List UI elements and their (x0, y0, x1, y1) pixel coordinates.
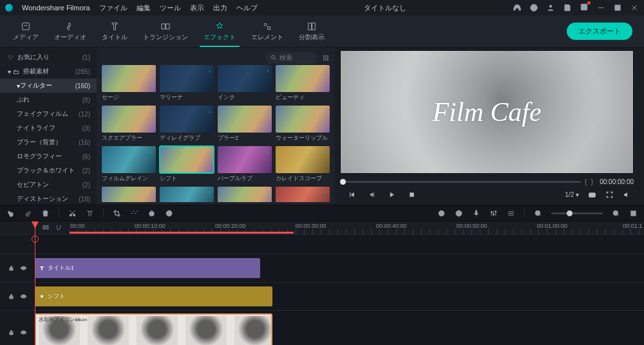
effect-thumb[interactable]: サンキス (276, 187, 330, 202)
effect-thumb[interactable]: スクエアブラー (102, 106, 156, 142)
maximize-icon[interactable] (613, 3, 622, 12)
redo-icon[interactable] (24, 209, 32, 218)
effect-grid: セージマリーナインクビューティスクエアブラーディレイグラブブラー2ウォーターリッ… (102, 65, 330, 202)
effect-thumb[interactable]: ブラー2 (218, 106, 272, 142)
sidebar-item[interactable]: ブラー（背景）(16) (0, 135, 97, 149)
delete-icon[interactable] (41, 209, 50, 218)
effect-thumb[interactable]: レインボー1 (218, 187, 272, 202)
volume-icon[interactable] (623, 191, 631, 199)
export-button[interactable]: エクスポート (567, 23, 632, 40)
menu-item[interactable]: ツール (160, 3, 181, 13)
effect-thumb[interactable]: パープルラブ (218, 146, 272, 183)
speed-icon[interactable] (130, 209, 138, 218)
search-input[interactable] (265, 52, 317, 64)
mark-in-icon[interactable]: { (585, 178, 587, 185)
crop-icon[interactable] (113, 209, 121, 218)
account-icon[interactable] (546, 3, 555, 12)
render-icon[interactable] (437, 209, 446, 218)
clip-effect[interactable]: シフト (35, 286, 272, 306)
sidebar-item[interactable]: フェイクフィルム(12) (0, 107, 97, 121)
sidebar-item[interactable]: ディストーション(18) (0, 192, 97, 205)
prev-frame-icon[interactable] (348, 191, 356, 199)
lock-icon[interactable] (8, 329, 15, 336)
snap-icon[interactable] (55, 224, 62, 232)
preview-canvas[interactable]: Film Cafe (340, 50, 634, 174)
library-tab[interactable]: タイトル (94, 17, 135, 47)
effect-thumb[interactable]: ディレイグラブ (160, 106, 214, 142)
scrub-thumb[interactable] (340, 179, 346, 185)
zoom-slider-thumb[interactable] (567, 210, 573, 216)
sidebar-item[interactable]: ぶれ(8) (0, 93, 97, 107)
eye-icon[interactable] (20, 329, 27, 336)
preview-scale[interactable]: 1/2 ▾ (565, 191, 579, 198)
sidebar-item[interactable]: ▾ フィルター(160) (0, 79, 97, 93)
zoom-in-icon[interactable] (612, 209, 620, 218)
library-tab[interactable]: メディア (5, 17, 46, 47)
timer-icon[interactable] (147, 209, 156, 218)
library-tab[interactable]: エレメント (243, 17, 291, 47)
grid-view-icon[interactable] (322, 54, 330, 62)
eye-icon[interactable] (20, 265, 27, 272)
eye-icon[interactable] (20, 293, 27, 300)
effect-thumb[interactable]: カレイドスコープ (276, 146, 330, 183)
stop-icon[interactable] (408, 191, 416, 199)
menu-item[interactable]: 表示 (190, 3, 204, 13)
zoom-out-icon[interactable] (534, 209, 542, 218)
effect-thumb[interactable]: ウォーターリップル (276, 106, 330, 142)
mark-out-icon[interactable]: } (591, 178, 593, 185)
menu-item[interactable]: 出力 (213, 3, 227, 13)
voiceover-icon[interactable] (472, 209, 480, 218)
library-tab[interactable]: 分割表示 (291, 17, 332, 47)
marker-icon[interactable] (455, 209, 463, 218)
effect-thumb[interactable]: シフト (160, 146, 214, 183)
scrub-track[interactable] (340, 181, 581, 183)
clip-title[interactable]: タイトル1 (35, 258, 260, 278)
close-icon[interactable] (630, 3, 639, 12)
effect-thumb[interactable]: セージ (102, 65, 156, 102)
sidebar-item[interactable]: ブラック＆ホワイト(2) (0, 163, 97, 178)
text-edit-icon[interactable] (86, 209, 94, 218)
lock-icon[interactable] (8, 265, 15, 272)
clip-video[interactable]: 水彩画アイコンaikon (35, 313, 272, 345)
library-tab[interactable]: オーディオ (46, 17, 94, 47)
sidebar-item[interactable]: セピアトン(2) (0, 178, 97, 192)
effect-thumb[interactable]: ウォーターサファー (160, 187, 214, 202)
zoom-fit-icon[interactable] (629, 209, 638, 218)
menu-item[interactable]: 編集 (137, 3, 151, 13)
sidebar-item-favorites[interactable]: ♡ お気に入り (1) (0, 50, 97, 64)
zoom-slider[interactable] (551, 212, 603, 214)
cut-icon[interactable] (68, 209, 77, 218)
effect-thumb[interactable]: ウィンドウシェード (102, 187, 156, 202)
play-icon[interactable] (388, 191, 396, 199)
info-icon[interactable] (529, 3, 538, 12)
preview-scrubber[interactable]: { } 00:00:00:00 (340, 176, 634, 187)
timeline-ruler[interactable]: 00:00:00:0000:00:10:0000:00:20:0000:00:3… (0, 221, 644, 234)
mixer-icon[interactable] (489, 209, 498, 218)
ruler-label: 00:01:1 (623, 223, 642, 229)
sidebar-item-builtin[interactable]: ▾ 🗀 搭載素材 (285) (0, 64, 97, 79)
library-tab[interactable]: エフェクト (196, 17, 243, 47)
lock-icon[interactable] (8, 293, 15, 300)
save-icon[interactable] (563, 3, 572, 12)
color-icon[interactable] (165, 209, 173, 218)
step-back-icon[interactable] (368, 191, 376, 199)
fullscreen-icon[interactable] (605, 191, 614, 199)
preview-panel: Film Cafe { } 00:00:00:00 1/2 ▾ (335, 48, 644, 205)
notification-icon[interactable] (580, 3, 589, 13)
menu-item[interactable]: ヘルプ (236, 3, 258, 13)
library-tab[interactable]: トランジション (135, 17, 196, 47)
sidebar-item[interactable]: ロモグラフィー(6) (0, 149, 97, 163)
sliders-icon[interactable] (507, 209, 515, 218)
camera-icon[interactable] (588, 191, 596, 199)
effect-thumb[interactable]: マリーナ (160, 65, 214, 102)
effect-thumb[interactable]: フィルムグレイン (102, 146, 156, 183)
effect-thumb[interactable]: インク (218, 65, 272, 102)
minimize-icon[interactable] (596, 3, 605, 12)
search-field[interactable] (279, 54, 312, 61)
track-manage-icon[interactable] (42, 224, 50, 232)
menu-item[interactable]: ファイル (99, 3, 128, 13)
undo-icon[interactable] (6, 209, 15, 218)
effect-thumb[interactable]: ビューティ (276, 65, 330, 102)
headset-icon[interactable] (513, 3, 522, 12)
sidebar-item[interactable]: ナイトライフ(3) (0, 121, 97, 135)
